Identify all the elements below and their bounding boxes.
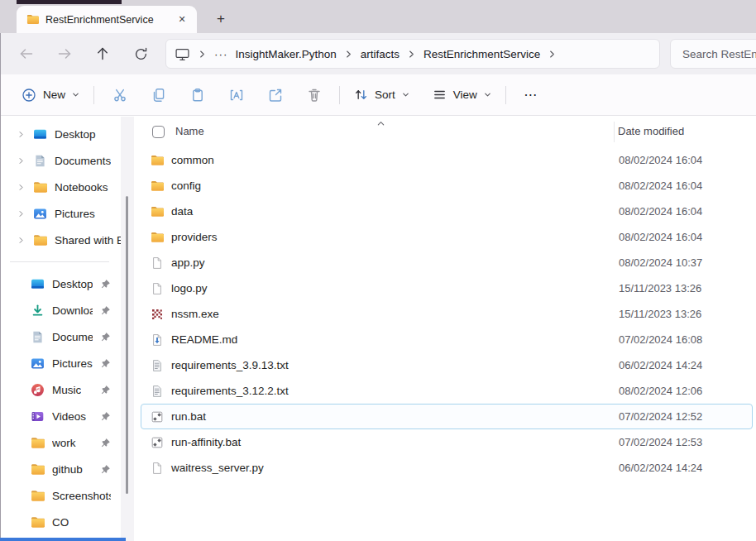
- file-name: logo.py: [171, 282, 208, 294]
- select-all-checkbox[interactable]: [152, 126, 165, 138]
- sidebar-item-label: CO: [52, 516, 69, 529]
- file-row[interactable]: common08/02/2024 16:04: [141, 147, 753, 173]
- sidebar-item-label: Music: [52, 384, 81, 396]
- sidebar-divider: [10, 261, 109, 262]
- file-row[interactable]: run.bat07/02/2024 12:52: [141, 404, 753, 429]
- expand-chevron-icon[interactable]: [17, 130, 26, 139]
- search-box[interactable]: [670, 39, 756, 69]
- folder-icon: [33, 180, 47, 194]
- file-name: providers: [171, 231, 218, 243]
- sidebar-item-desktop[interactable]: Desktop: [0, 270, 121, 297]
- expand-chevron-icon[interactable]: [17, 156, 26, 165]
- this-pc-icon[interactable]: [175, 46, 190, 62]
- sidebar-scrollbar: [121, 117, 134, 541]
- expand-chevron-icon[interactable]: [17, 183, 26, 192]
- explorer-tab[interactable]: RestEnrichmentService ✕: [17, 6, 197, 33]
- sidebar-item-videos[interactable]: Videos: [0, 403, 121, 429]
- view-button-label: View: [453, 89, 477, 101]
- python-file-icon: [151, 462, 164, 475]
- breadcrumb-item[interactable]: artifacts: [361, 48, 400, 60]
- sidebar-item-work[interactable]: work: [0, 429, 121, 456]
- date-modified-column-header[interactable]: Date modified: [618, 125, 684, 137]
- close-icon[interactable]: ✕: [172, 10, 192, 30]
- file-date-modified: 08/02/2024 16:04: [619, 231, 702, 243]
- file-row[interactable]: config08/02/2024 16:04: [141, 173, 753, 199]
- breadcrumb-item[interactable]: RestEnrichmentService: [423, 48, 540, 60]
- folder-icon: [151, 231, 164, 244]
- sidebar-item-label: work: [52, 437, 76, 449]
- paste-button[interactable]: [178, 81, 217, 109]
- sort-arrows-icon: [353, 87, 369, 103]
- share-button[interactable]: [256, 81, 294, 109]
- back-button[interactable]: [13, 41, 40, 67]
- file-row[interactable]: app.py08/02/2024 10:37: [141, 250, 753, 275]
- file-row[interactable]: logo.py15/11/2023 13:26: [141, 275, 753, 301]
- file-row[interactable]: waitress_server.py06/02/2024 14:24: [141, 455, 753, 481]
- name-column-header[interactable]: Name: [175, 125, 204, 137]
- breadcrumb-chevron-icon: [344, 50, 353, 59]
- rename-button[interactable]: [217, 81, 256, 109]
- file-date-modified: 07/02/2024 12:53: [619, 436, 702, 448]
- sidebar-item-documents[interactable]: Documents: [0, 323, 121, 350]
- markdown-file-icon: [151, 333, 164, 347]
- new-tab-button[interactable]: +: [208, 7, 233, 31]
- file-row[interactable]: run-affinity.bat07/02/2024 12:53: [141, 429, 753, 455]
- breadcrumb-overflow[interactable]: ···: [214, 48, 228, 60]
- python-file-icon: [151, 282, 164, 295]
- address-bar[interactable]: ···InsightMaker.PythonartifactsRestEnric…: [165, 39, 660, 69]
- file-row[interactable]: nssm.exe15/11/2023 13:26: [141, 301, 753, 327]
- sidebar-item-notebooks[interactable]: Notebooks: [0, 174, 121, 200]
- file-row[interactable]: requirements_3.9.13.txt06/02/2024 14:24: [141, 352, 753, 378]
- paste-icon: [189, 87, 206, 103]
- sidebar-item-label: Desktop: [55, 128, 96, 141]
- sidebar-item-downloads[interactable]: Downloads: [0, 297, 121, 323]
- downloads-icon: [31, 304, 45, 318]
- sidebar-item-shared-with-ev[interactable]: Shared with Ev: [0, 227, 121, 253]
- chevron-down-icon: [401, 90, 410, 99]
- view-button[interactable]: View: [424, 81, 500, 109]
- sidebar-item-label: Screenshots: [52, 490, 111, 502]
- sidebar-item-pictures[interactable]: Pictures: [0, 350, 121, 376]
- up-button[interactable]: [89, 41, 116, 67]
- pin-icon: [100, 464, 111, 475]
- folder-icon: [151, 205, 164, 218]
- sidebar-item-documents[interactable]: Documents: [0, 147, 121, 174]
- sidebar-item-pictures[interactable]: Pictures: [0, 200, 121, 227]
- sidebar-item-github[interactable]: github: [0, 456, 121, 482]
- copy-icon: [151, 87, 167, 103]
- copy-button[interactable]: [139, 81, 178, 109]
- tab-bar: RestEnrichmentService ✕ +: [0, 0, 756, 33]
- file-row[interactable]: providers08/02/2024 16:04: [141, 224, 753, 250]
- delete-button[interactable]: [294, 81, 333, 109]
- refresh-button[interactable]: [127, 41, 154, 67]
- file-date-modified: 06/02/2024 14:24: [619, 462, 702, 474]
- file-name: waitress_server.py: [171, 462, 264, 474]
- search-input[interactable]: [681, 47, 756, 61]
- expand-chevron-icon[interactable]: [17, 209, 26, 218]
- cut-button[interactable]: [100, 81, 139, 109]
- pin-icon: [100, 332, 111, 342]
- sidebar-item-screenshots[interactable]: Screenshots: [0, 482, 121, 509]
- new-plus-icon: [21, 87, 37, 103]
- new-button[interactable]: New: [13, 81, 88, 109]
- sidebar-item-desktop[interactable]: Desktop: [0, 121, 121, 147]
- scrollbar-thumb[interactable]: [126, 196, 128, 494]
- sort-ascending-indicator: [376, 119, 385, 128]
- file-name: requirements_3.9.13.txt: [171, 359, 289, 371]
- expand-chevron-icon[interactable]: [17, 236, 26, 245]
- folder-icon: [151, 154, 164, 167]
- sidebar-item-music[interactable]: Music: [0, 376, 121, 403]
- column-header-row: Name Date modified: [134, 120, 756, 145]
- file-row[interactable]: requirements_3.12.2.txt08/02/2024 12:06: [141, 378, 753, 404]
- sidebar-item-co[interactable]: CO: [0, 509, 121, 535]
- file-row[interactable]: data08/02/2024 16:04: [141, 199, 753, 224]
- navigation-bar: ···InsightMaker.PythonartifactsRestEnric…: [0, 33, 756, 74]
- file-date-modified: 07/02/2024 16:08: [619, 333, 702, 346]
- file-row[interactable]: README.md07/02/2024 16:08: [141, 327, 753, 352]
- sidebar-item-label: Pictures: [55, 208, 95, 220]
- more-options-button[interactable]: ⋯: [517, 81, 545, 109]
- column-divider[interactable]: [614, 122, 615, 142]
- breadcrumb-item[interactable]: InsightMaker.Python: [236, 48, 337, 60]
- sort-button[interactable]: Sort: [346, 81, 418, 109]
- forward-button[interactable]: [51, 41, 78, 67]
